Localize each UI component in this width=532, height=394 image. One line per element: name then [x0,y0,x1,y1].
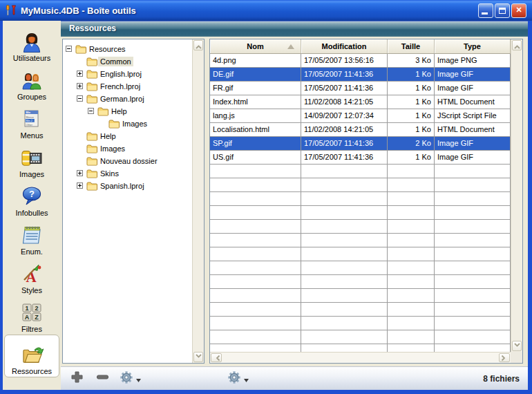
table-empty-row[interactable] [210,261,511,275]
tree-item-images[interactable]: Images [63,118,192,130]
chevron-up-icon [196,39,202,52]
expand-box-icon[interactable] [77,170,83,176]
sidebar-item-menus[interactable]: MinMenusMin 2OtherMenus [3,102,61,141]
tree-item-french-lproj[interactable]: French.lproj [63,80,192,93]
folder-icon [86,169,97,178]
cell-type [435,275,511,288]
scroll-up-button[interactable] [512,40,522,50]
column-header-taille[interactable]: Taille [388,39,435,53]
table-row-fr-gif[interactable]: FR.gif17/05/2007 11:41:361 KoImage GIF [210,82,511,95]
table-row-index-html[interactable]: Index.html11/02/2008 14:21:051 KoHTML Do… [210,95,511,109]
file-actions-button[interactable] [227,370,250,387]
minimize-button[interactable] [478,3,493,18]
scroll-right-button[interactable] [499,353,510,362]
expand-box-icon[interactable] [77,182,83,189]
tree-vertical-scrollbar[interactable] [192,39,204,363]
scroll-up-button[interactable] [193,40,203,50]
table-row-sp-gif[interactable]: SP.gif17/05/2007 11:41:362 KoImage GIF [210,137,511,151]
folder-icon [75,44,86,54]
table-row-lang-js[interactable]: lang.js14/09/2007 12:07:341 KoJScript Sc… [210,109,511,123]
cell-name: FR.gif [210,82,301,95]
cell-modified [301,289,388,302]
cell-name: DE.gif [210,68,301,81]
sidebar-item-utilisateurs[interactable]: Utilisateurs [3,25,61,64]
expand-box-icon[interactable] [77,83,83,89]
add-button[interactable] [69,370,85,387]
table-empty-row[interactable] [210,289,511,303]
table-row-4d-png[interactable]: 4d.png17/05/2007 13:56:163 KoImage PNG [210,54,511,68]
table-empty-row[interactable] [210,206,511,220]
tree-item-help[interactable]: Help [63,105,192,118]
sidebar-item-filtres[interactable]: 12AZFiltres [3,296,61,335]
cell-size [388,275,435,288]
remove-button[interactable] [95,370,111,387]
sidebar-item-groupes[interactable]: Groupes [3,64,61,102]
cell-type: JScript Script File [435,109,511,122]
column-header-type[interactable]: Type [435,39,511,53]
svg-text:?: ? [29,189,35,199]
table-empty-row[interactable] [210,220,511,234]
table-empty-row[interactable] [210,275,511,289]
collapse-box-icon[interactable] [66,46,72,52]
tree-item-german-lproj[interactable]: German.lproj [63,93,192,105]
tree-item-nouveau-dossier[interactable]: Nouveau dossier [63,155,192,167]
app-window: MyMusic.4DB - Boîte outils ✕ Utilisateur… [0,0,532,394]
table-empty-row[interactable] [210,317,511,330]
tree-actions-button[interactable] [119,370,142,387]
film-icon [21,146,43,169]
tree-item-help[interactable]: Help [63,130,192,142]
column-header-nom[interactable]: Nom [210,39,301,53]
tree-item-label: Skins [98,169,121,178]
sidebar-item-styles[interactable]: AStyles [3,257,61,296]
collapse-box-icon[interactable] [77,95,83,102]
cell-modified: 14/09/2007 12:07:34 [301,109,388,122]
file-count-label: 8 fichiers [483,374,520,384]
expand-box-icon[interactable] [77,71,83,77]
titlebar: MyMusic.4DB - Boîte outils ✕ [0,0,532,21]
column-header-modification[interactable]: Modification [301,39,388,53]
sidebar-item-infobulles[interactable]: ?Infobulles [3,180,61,218]
table-empty-row[interactable] [210,330,511,344]
table-header: NomModificationTailleType [210,39,511,54]
table-empty-row[interactable] [210,165,511,178]
table-empty-row[interactable] [210,303,511,317]
scroll-left-button[interactable] [211,353,222,362]
table-row-de-gif[interactable]: DE.gif17/05/2007 11:41:361 KoImage GIF [210,68,511,82]
chevron-down-icon [196,351,202,364]
chevron-up-icon [514,39,520,52]
svg-text:1: 1 [25,305,28,312]
cell-modified: 17/05/2007 11:41:36 [301,151,388,164]
tree-item-spanish-lproj[interactable]: Spanish.lproj [63,180,192,192]
collapse-box-icon[interactable] [88,108,94,114]
cell-size [388,261,435,274]
sidebar-item-images[interactable]: Images [3,141,61,180]
table-row-us-gif[interactable]: US.gif17/05/2007 11:41:361 KoImage GIF [210,151,511,165]
close-button[interactable]: ✕ [511,3,526,18]
table-vertical-scrollbar[interactable] [511,39,522,352]
table-empty-row[interactable] [210,344,511,352]
table-horizontal-scrollbar[interactable] [210,352,511,363]
folder-icon [108,119,120,129]
tree-item-common[interactable]: Common [63,55,192,68]
tree-item-images[interactable]: Images [63,142,192,155]
cell-name [210,317,301,330]
scroll-down-button[interactable] [193,352,203,362]
table-empty-row[interactable] [210,234,511,247]
tree-item-skins[interactable]: Skins [63,167,192,180]
maximize-button[interactable] [495,3,510,18]
cell-size [388,206,435,219]
tree-item-label: Nouveau dossier [98,156,160,166]
table-empty-row[interactable] [210,178,511,192]
tree-item-resources[interactable]: Resources [63,43,192,55]
table-empty-row[interactable] [210,192,511,206]
table-row-localisation-html[interactable]: Localisation.html11/02/2008 14:21:051 Ko… [210,123,511,137]
table-empty-row[interactable] [210,247,511,261]
cell-modified: 11/02/2008 14:21:05 [301,95,388,109]
scroll-down-button[interactable] [512,341,522,351]
sidebar-item-label: Enum. [21,247,43,256]
sort-ascending-icon [287,44,294,49]
column-header-label: Modification [322,42,367,50]
sidebar-item-enum[interactable]: Enum. [3,218,61,257]
sidebar-item-ressources[interactable]: Ressources [4,335,59,377]
tree-item-english-lproj[interactable]: English.lproj [63,68,192,80]
